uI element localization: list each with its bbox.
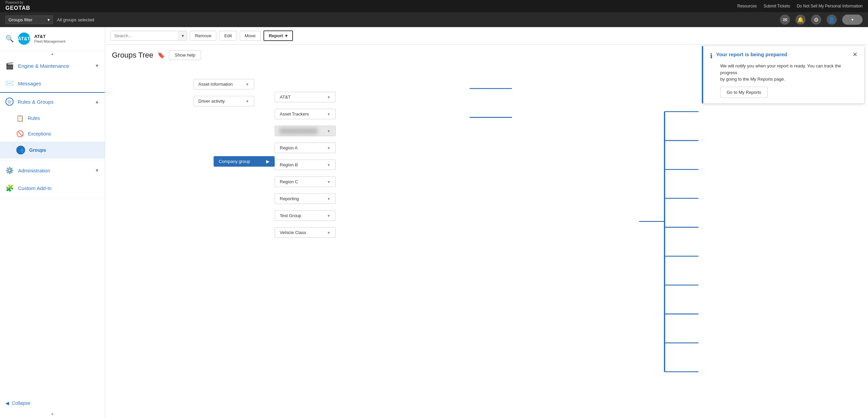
- messages-icon: ✉️: [5, 79, 14, 87]
- collapse-arrow-icon: ◀: [5, 400, 9, 406]
- sidebar-header: 🔍 AT&T AT&T Fleet Management: [0, 27, 105, 50]
- resources-link[interactable]: Resources: [737, 4, 757, 8]
- sidebar-item-engine[interactable]: 🎬 Engine & Maintenance ▼: [0, 57, 105, 75]
- report-button[interactable]: Report ▾: [263, 30, 293, 41]
- driver-activity-node[interactable]: Driver activity ▼: [193, 96, 254, 106]
- att-chevron-icon: ▼: [327, 95, 331, 99]
- region-c-label: Region C: [280, 179, 298, 184]
- att-label: AT&T: [280, 95, 291, 100]
- vehicle-class-node[interactable]: Vehicle Class ▼: [275, 227, 336, 238]
- test-group-chevron-icon: ▼: [327, 214, 331, 218]
- sidebar-item-rules[interactable]: 📋 Rules: [0, 110, 105, 126]
- show-help-button[interactable]: Show help: [169, 50, 201, 60]
- reporting-box[interactable]: Reporting ▼: [275, 193, 336, 204]
- content-toolbar: ▾ Remove Edit Move Report ▾: [105, 27, 868, 45]
- region-c-node[interactable]: Region C ▼: [275, 176, 336, 187]
- gear-icon[interactable]: ⚙: [811, 15, 821, 25]
- powered-by-text: Powered by GEOTAB: [5, 1, 30, 11]
- tree-nodes: Asset Information ▼ Driver activity ▼ Gr…: [112, 72, 861, 405]
- administration-icon: ⚙️: [5, 166, 14, 174]
- remove-button[interactable]: Remove: [190, 31, 216, 41]
- test-group-label: Test Group: [280, 213, 301, 218]
- do-not-sell-link[interactable]: Do Not Sell My Personal Information: [797, 4, 863, 8]
- blurred-node[interactable]: ████████████ ▼: [275, 126, 336, 136]
- scroll-up-indicator[interactable]: ▲: [0, 50, 105, 57]
- asset-info-node[interactable]: Asset Information ▼: [193, 79, 254, 89]
- bell-icon[interactable]: 🔔: [795, 15, 806, 25]
- blurred-box[interactable]: ████████████ ▼: [275, 126, 336, 136]
- scroll-down-indicator[interactable]: ▼: [0, 411, 105, 418]
- collapse-label: Collapse: [12, 400, 30, 406]
- blurred-label: ████████████: [280, 128, 320, 133]
- banner-title: Your report is being prepared: [716, 51, 787, 57]
- sidebar-divider-2: [0, 198, 105, 198]
- region-b-node[interactable]: Region B ▼: [275, 160, 336, 170]
- all-groups-text: All groups selected: [57, 17, 94, 22]
- main-layout: 🔍 AT&T AT&T Fleet Management ▲ 🎬 Engine …: [0, 27, 868, 418]
- sidebar-item-rules-groups[interactable]: ⊙ Rules & Groups ▲: [0, 92, 105, 110]
- region-c-box[interactable]: Region C ▼: [275, 176, 336, 187]
- banner-actions: Go to My Reports: [720, 87, 857, 98]
- driver-activity-label: Driver activity: [198, 99, 225, 104]
- sidebar-divider: [0, 160, 105, 160]
- administration-chevron-icon: ▼: [95, 168, 99, 173]
- company-group-box[interactable]: Company group ▶: [214, 156, 275, 167]
- close-icon[interactable]: ✕: [852, 51, 857, 58]
- vehicle-class-chevron-icon: ▼: [327, 231, 331, 235]
- region-a-box[interactable]: Region A ▼: [275, 143, 336, 153]
- sidebar-item-administration[interactable]: ⚙️ Administration ▼: [0, 162, 105, 179]
- vehicle-class-box[interactable]: Vehicle Class ▼: [275, 227, 336, 238]
- search-input[interactable]: [111, 31, 179, 40]
- driver-activity-box[interactable]: Driver activity ▼: [193, 96, 254, 106]
- region-a-label: Region A: [280, 145, 298, 150]
- sidebar-item-groups[interactable]: 👥 Groups: [0, 142, 105, 159]
- tree-area: Asset Information ▼ Driver activity ▼ Gr…: [105, 65, 868, 412]
- company-group-node[interactable]: Company group ▶: [214, 156, 275, 167]
- groups-filter-select[interactable]: Groups filter ▾: [5, 16, 53, 24]
- rules-icon: 📋: [16, 114, 24, 122]
- sidebar-item-exceptions[interactable]: 🚫 Exceptions: [0, 126, 105, 142]
- reporting-label: Reporting: [280, 196, 299, 201]
- region-b-box[interactable]: Region B ▼: [275, 160, 336, 170]
- filter-bar-icons: ✉ 🔔 ⚙ 👤 ▾: [780, 15, 863, 25]
- test-group-box[interactable]: Test Group ▼: [275, 210, 336, 221]
- asset-trackers-node[interactable]: Asset Trackers ▼: [275, 109, 336, 119]
- groups-filter-label: Groups filter: [8, 17, 33, 22]
- report-dropdown-icon: ▾: [285, 33, 288, 38]
- rules-groups-icon: ⊙: [5, 98, 14, 106]
- asset-info-box[interactable]: Asset Information ▼: [193, 79, 254, 89]
- move-button[interactable]: Move: [240, 31, 261, 41]
- mail-icon[interactable]: ✉: [780, 15, 790, 25]
- sidebar-collapse-btn[interactable]: ◀ Collapse: [0, 396, 105, 411]
- sidebar: 🔍 AT&T AT&T Fleet Management ▲ 🎬 Engine …: [0, 27, 105, 418]
- att-box[interactable]: AT&T ▼: [275, 92, 336, 102]
- sidebar-item-messages[interactable]: ✉️ Messages: [0, 75, 105, 92]
- region-a-chevron-icon: ▼: [327, 146, 331, 150]
- vehicle-class-label: Vehicle Class: [280, 230, 306, 235]
- edit-button[interactable]: Edit: [219, 31, 237, 41]
- search-icon[interactable]: 🔍: [5, 35, 14, 43]
- go-to-reports-button[interactable]: Go to My Reports: [720, 87, 768, 98]
- search-dropdown-btn[interactable]: ▾: [179, 31, 187, 40]
- asset-trackers-label: Asset Trackers: [280, 111, 309, 117]
- rules-label: Rules: [28, 116, 40, 121]
- groups-icon: 👥: [16, 146, 25, 154]
- brand-name: AT&T: [34, 34, 65, 40]
- submit-tickets-link[interactable]: Submit Tickets: [764, 4, 790, 8]
- user-icon[interactable]: 👤: [827, 15, 837, 25]
- engine-label: Engine & Maintenance: [18, 63, 69, 69]
- asset-trackers-box[interactable]: Asset Trackers ▼: [275, 109, 336, 119]
- exceptions-icon: 🚫: [16, 130, 24, 138]
- region-a-node[interactable]: Region A ▼: [275, 143, 336, 153]
- test-group-node[interactable]: Test Group ▼: [275, 210, 336, 221]
- account-dropdown-icon[interactable]: ▾: [842, 15, 863, 25]
- asset-info-chevron-icon: ▼: [245, 82, 249, 86]
- reporting-node[interactable]: Reporting ▼: [275, 193, 336, 204]
- att-node[interactable]: AT&T ▼: [275, 92, 336, 102]
- scroll-down-icon: ▼: [51, 412, 55, 417]
- reporting-chevron-icon: ▼: [327, 197, 331, 201]
- bookmark-icon[interactable]: 🔖: [157, 51, 165, 59]
- sidebar-item-custom-add-in[interactable]: 🧩 Custom Add-In: [0, 179, 105, 197]
- top-nav-links: Resources Submit Tickets Do Not Sell My …: [737, 4, 863, 8]
- geotab-logo: GEOTAB: [5, 5, 30, 11]
